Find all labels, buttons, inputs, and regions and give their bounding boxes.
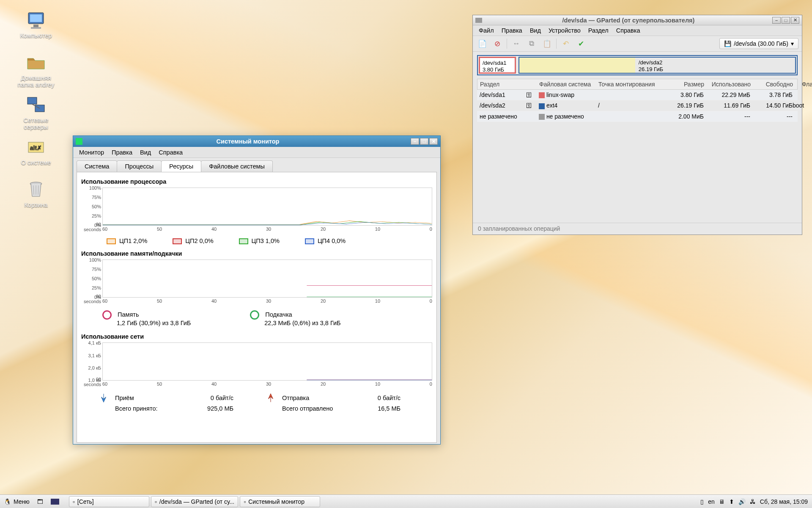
cpu-header: Использование процессора (81, 178, 432, 185)
trash-icon (22, 179, 49, 200)
collapse-tray-icon[interactable]: ▯ (700, 498, 704, 505)
desktop-icon-about[interactable]: alt✗О системе (13, 137, 59, 166)
menu-Раздел[interactable]: Раздел (585, 26, 612, 35)
menu-Справка[interactable]: Справка (613, 26, 644, 35)
partition-table: РазделФайловая системаТочка монтирования… (477, 79, 798, 122)
netserver-icon (22, 95, 49, 115)
delete-button[interactable]: ⊘ (491, 38, 503, 50)
disk-icon: 💾 (724, 40, 731, 47)
gparted-titlebar[interactable]: /dev/sda — GParted (от суперпользователя… (473, 15, 802, 25)
undo-button[interactable]: ↶ (560, 38, 572, 50)
copy-button[interactable]: ⧉ (526, 38, 538, 50)
menu-Файл[interactable]: Файл (475, 26, 497, 35)
sysmon-app-icon (76, 138, 82, 145)
taskbar-task[interactable]: ▫Системный монитор (240, 496, 320, 507)
cpu-legend-ЦП4: ЦП4 0,0% (305, 237, 346, 244)
partition-sda1[interactable]: /dev/sda1 3.80 ГиБ (479, 57, 516, 74)
tab-Процессы[interactable]: Процессы (117, 160, 162, 172)
memory-legend: Память 1,2 ГиБ (30,9%) из 3,8 ГиБ (102, 310, 191, 326)
swap-dot-icon (250, 310, 259, 320)
partition-row[interactable]: /dev/sda1⚿ linux-swap3.80 ГиБ22.29 МиБ3.… (477, 90, 798, 100)
desktop-icon-trash[interactable]: Корзина (13, 179, 59, 208)
network-tray-icon[interactable]: 🖧 (750, 498, 756, 505)
mem-header: Использование памяти/подкачки (81, 250, 432, 257)
sysmon-titlebar[interactable]: Системный монитор – □ ✕ (73, 136, 440, 147)
gparted-menubar: ФайлПравкаВидУстройствоРазделСправка (473, 25, 802, 36)
svg-rect-1 (30, 14, 42, 22)
partition-row[interactable]: /dev/sda2⚿ ext4/26.19 ГиБ11.69 ГиБ14.50 … (477, 100, 798, 111)
menu-Устройство[interactable]: Устройство (545, 26, 584, 35)
cpu-legend-ЦП3: ЦП3 1,0% (239, 237, 280, 244)
window-icon: ▫ (244, 498, 246, 505)
menu-Монитор[interactable]: Монитор (76, 148, 107, 157)
partition-sda2[interactable]: /dev/sda2 26.19 ГиБ (518, 57, 796, 74)
menu-Правка[interactable]: Правка (498, 26, 526, 35)
tab-Система[interactable]: Система (77, 160, 117, 172)
apply-button[interactable]: ✔ (575, 38, 587, 50)
about-icon: alt✗ (22, 137, 49, 157)
clock[interactable]: Сб, 28 мая, 15:09 (760, 498, 808, 505)
cpu-legend-ЦП2: ЦП2 0,0% (173, 237, 213, 244)
mem-chart: 100%75%50%25%0% 60 seconds (102, 260, 432, 298)
menu-Правка[interactable]: Правка (108, 148, 136, 157)
svg-text:alt✗: alt✗ (30, 144, 42, 151)
paste-button[interactable]: 📋 (541, 38, 553, 50)
tab-Файловые системы[interactable]: Файловые системы (201, 160, 273, 172)
window-icon: ▫ (73, 498, 75, 505)
sysmon-body: Использование процессора 100%75%50%25%0%… (77, 172, 437, 443)
svg-rect-3 (31, 27, 41, 29)
resize-button[interactable]: ↔ (510, 38, 522, 50)
language-indicator[interactable]: en (708, 498, 715, 505)
new-partition-button[interactable]: 📄 (476, 38, 488, 50)
cpu-legend-ЦП1: ЦП1 2,0% (107, 237, 147, 244)
computer-icon (22, 10, 49, 30)
show-desktop-button[interactable]: 🗔 (33, 496, 47, 507)
gparted-status: 0 запланированных операций (473, 223, 802, 235)
minimize-button[interactable]: – (772, 17, 781, 24)
sysmon-tabs: СистемаПроцессыРесурсыФайловые системы (73, 158, 440, 172)
folder-icon (22, 52, 49, 73)
updates-icon[interactable]: ⬆ (729, 498, 734, 505)
gparted-toolbar: 📄 ⊘ ↔ ⧉ 📋 ↶ ✔ 💾 /dev/sda (30.00 ГиБ) ▾ (473, 36, 802, 52)
workspace-switcher[interactable] (47, 496, 63, 507)
net-recv: Приём 0 байт/с Всего принято: 925,0 МБ (98, 392, 265, 412)
volume-icon[interactable]: 🔊 (738, 498, 746, 505)
taskbar-task[interactable]: ▫[Сеть] (69, 496, 149, 507)
taskbar-task[interactable]: ▫/dev/sda — GParted (от су... (151, 496, 238, 507)
close-button[interactable]: ✕ (791, 17, 799, 24)
desktop-icon-computer[interactable]: Компьютер (13, 10, 59, 39)
maximize-button[interactable]: □ (420, 138, 428, 145)
swap-legend: Подкачка 22,3 МиБ (0,6%) из 3,8 ГиБ (250, 310, 340, 326)
window-icon: ▫ (155, 498, 157, 505)
start-menu-button[interactable]: 🐧 Меню (0, 496, 33, 507)
net-header: Использование сети (81, 333, 432, 340)
chevron-down-icon: ▾ (791, 40, 794, 47)
desktop-icon-netserver[interactable]: Сетевые серверы (13, 95, 59, 130)
gparted-app-icon (475, 18, 482, 23)
desktop-icon-folder[interactable]: Домашняя папка andrey (13, 52, 59, 88)
menu-icon: 🐧 (4, 498, 11, 505)
gparted-window: /dev/sda — GParted (от суперпользователя… (472, 15, 802, 235)
maximize-button[interactable]: □ (782, 17, 790, 24)
upload-icon (265, 392, 276, 403)
menu-Справка[interactable]: Справка (155, 148, 186, 157)
partition-bar[interactable]: /dev/sda1 3.80 ГиБ /dev/sda2 26.19 ГиБ (477, 55, 798, 75)
cpu-chart: 100%75%50%25%0% 60 seconds (102, 188, 432, 226)
taskbar: 🐧 Меню 🗔 ▫[Сеть]▫/dev/sda — GParted (от … (0, 494, 812, 508)
disk-selector[interactable]: 💾 /dev/sda (30.00 ГиБ) ▾ (719, 38, 798, 49)
minimize-button[interactable]: – (411, 138, 419, 145)
menu-Вид[interactable]: Вид (137, 148, 154, 157)
menu-Вид[interactable]: Вид (527, 26, 544, 35)
display-icon[interactable]: 🖥 (719, 498, 725, 505)
svg-rect-4 (27, 97, 37, 104)
partition-row[interactable]: не размечено не размечено2.00 МиБ------ (477, 111, 798, 122)
download-icon (98, 392, 109, 403)
close-button[interactable]: ✕ (429, 138, 438, 145)
sysmon-title: Системный монитор (85, 138, 411, 145)
system-tray: ▯ en 🖥 ⬆ 🔊 🖧 Сб, 28 мая, 15:09 (696, 498, 812, 505)
tab-Ресурсы[interactable]: Ресурсы (161, 160, 201, 172)
workspace-icon (51, 499, 59, 505)
net-send: Отправка 0 байт/с Всего отправлено 16,5 … (265, 392, 432, 412)
sysmon-menubar: МониторПравкаВидСправка (73, 147, 440, 158)
system-monitor-window: Системный монитор – □ ✕ МониторПравкаВид… (73, 135, 441, 444)
